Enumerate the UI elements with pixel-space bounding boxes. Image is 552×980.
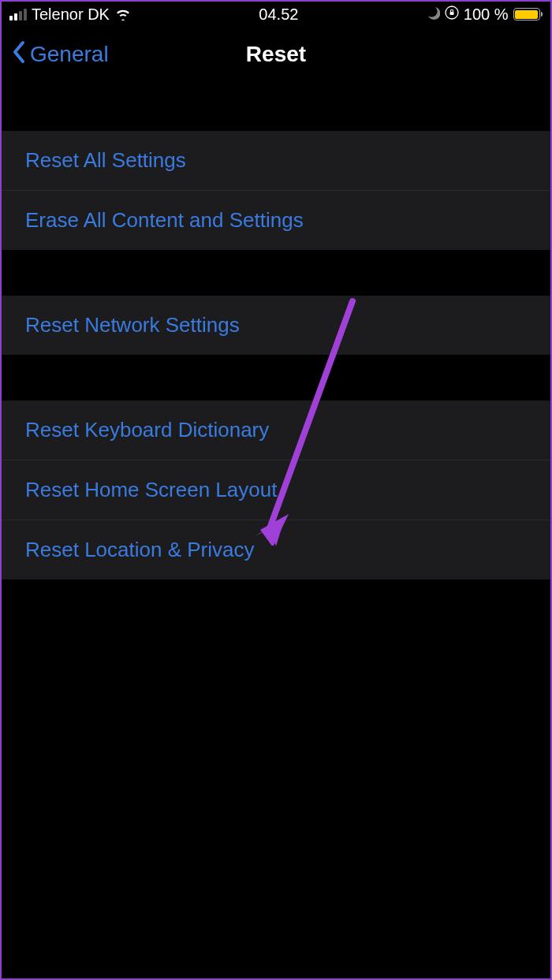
back-label: General xyxy=(30,42,109,67)
navigation-bar: General Reset xyxy=(2,27,550,82)
reset-keyboard-dictionary[interactable]: Reset Keyboard Dictionary xyxy=(2,401,550,460)
reset-group-1: Reset All Settings Erase All Content and… xyxy=(2,131,550,250)
status-bar: Telenor DK 04.52 100 % xyxy=(2,2,550,27)
list-item-label: Erase All Content and Settings xyxy=(25,208,304,232)
list-item-label: Reset Home Screen Layout xyxy=(25,478,277,501)
svg-rect-1 xyxy=(449,12,453,15)
list-item-label: Reset All Settings xyxy=(25,148,186,172)
battery-icon xyxy=(513,8,543,20)
erase-all-content-and-settings[interactable]: Erase All Content and Settings xyxy=(2,191,550,250)
status-bar-left: Telenor DK xyxy=(9,6,132,24)
list-item-label: Reset Network Settings xyxy=(25,313,240,337)
do-not-disturb-icon xyxy=(426,6,440,24)
section-spacer xyxy=(2,355,550,401)
reset-all-settings[interactable]: Reset All Settings xyxy=(2,131,550,191)
list-item-label: Reset Keyboard Dictionary xyxy=(25,418,269,442)
section-spacer xyxy=(2,250,550,296)
status-time: 04.52 xyxy=(259,6,298,24)
back-button[interactable]: General xyxy=(11,39,109,70)
list-item-label: Reset Location & Privacy xyxy=(25,538,254,561)
orientation-lock-icon xyxy=(445,6,459,24)
page-title: Reset xyxy=(246,42,306,67)
reset-home-screen-layout[interactable]: Reset Home Screen Layout xyxy=(2,460,550,520)
wifi-icon xyxy=(114,8,132,20)
chevron-left-icon xyxy=(11,39,27,70)
reset-group-3: Reset Keyboard Dictionary Reset Home Scr… xyxy=(2,401,550,579)
battery-percentage: 100 % xyxy=(464,6,509,24)
section-spacer xyxy=(2,82,550,131)
reset-location-and-privacy[interactable]: Reset Location & Privacy xyxy=(2,520,550,579)
carrier-label: Telenor DK xyxy=(32,6,110,24)
status-bar-right: 100 % xyxy=(426,6,543,24)
cellular-signal-icon xyxy=(9,8,27,20)
reset-group-2: Reset Network Settings xyxy=(2,296,550,355)
reset-network-settings[interactable]: Reset Network Settings xyxy=(2,296,550,355)
